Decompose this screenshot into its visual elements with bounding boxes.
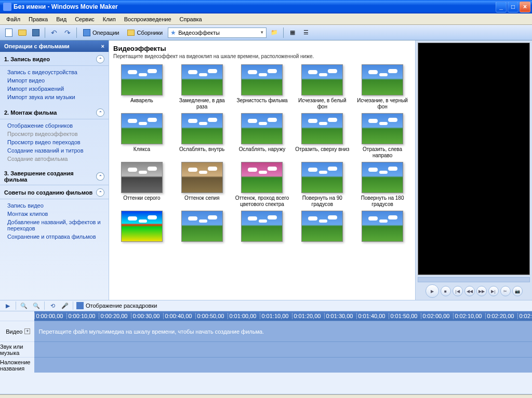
zoom-in-button[interactable]: 🔍: [19, 301, 29, 310]
effect-item[interactable]: Исчезание, в черный фон: [354, 64, 411, 110]
save-button[interactable]: [30, 27, 42, 38]
effect-item[interactable]: Исчезание, в белый фон: [294, 64, 351, 110]
redo-button[interactable]: ↷: [62, 27, 73, 38]
effect-item[interactable]: Оттенок сепия: [174, 162, 231, 208]
effect-item[interactable]: Отразить, слева направо: [354, 113, 411, 159]
tracks-area[interactable]: 0:00:00,000:00:10,000:00:20,000:00:30,00…: [34, 311, 532, 394]
undo-button[interactable]: ↶: [48, 27, 60, 38]
rewind-button[interactable]: ◀◀: [464, 286, 475, 296]
effect-item[interactable]: [113, 211, 170, 256]
sidebar-link[interactable]: Монтаж клипов: [7, 210, 104, 218]
sidebar-link: Создание автофильма: [7, 155, 104, 163]
effect-item[interactable]: Замедление, в два раза: [174, 64, 231, 110]
seek-bar[interactable]: [418, 277, 530, 282]
effect-item[interactable]: Оттенки серого: [113, 162, 170, 208]
sidebar-link[interactable]: Импорт звука или музыки: [7, 93, 104, 101]
effect-item[interactable]: Повернуть на 180 градусов: [354, 162, 411, 208]
effect-thumbnail: [301, 162, 343, 193]
storyboard-toggle[interactable]: Отображение раскадровки: [76, 302, 157, 309]
menu-item[interactable]: Правка: [24, 15, 52, 23]
narrate-button[interactable]: 🎤: [60, 301, 70, 310]
effect-item[interactable]: Отразить, сверху вниз: [294, 113, 351, 159]
effect-item[interactable]: Ослаблять, внутрь: [174, 113, 231, 159]
separator: [73, 301, 73, 310]
storyboard-icon: [76, 302, 84, 309]
collections-icon: [127, 30, 135, 36]
effect-item[interactable]: Акварель: [113, 64, 170, 110]
close-button[interactable]: ×: [520, 2, 530, 12]
menu-item[interactable]: Сервис: [71, 15, 99, 23]
menu-item[interactable]: Клип: [99, 15, 120, 23]
effect-thumbnail: [301, 64, 343, 95]
timeline-play-button[interactable]: ▶: [3, 301, 12, 310]
audio-track[interactable]: [34, 341, 532, 357]
time-tick: 0:01:30,00: [324, 313, 356, 319]
time-tick: 0:01:20,00: [292, 313, 324, 319]
effect-thumbnail: [362, 211, 403, 242]
effect-item[interactable]: [294, 211, 351, 256]
sidebar-link[interactable]: Запись видео: [7, 201, 104, 210]
effect-item[interactable]: Клякса: [113, 113, 170, 159]
view-details-button[interactable]: ☰: [300, 27, 312, 38]
title-track[interactable]: [34, 357, 532, 373]
up-button[interactable]: 📁: [269, 27, 280, 38]
snapshot-button[interactable]: 📷: [512, 286, 523, 296]
time-ruler[interactable]: 0:00:00,000:00:10,000:00:20,000:00:30,00…: [34, 311, 532, 321]
time-tick: 0:00:40,00: [163, 313, 195, 319]
effect-label: Повернуть на 90 градусов: [294, 195, 351, 208]
effect-label: Замедление, в два раза: [174, 98, 231, 110]
rewind-timeline-button[interactable]: ⟲: [48, 301, 57, 310]
effect-item[interactable]: [174, 211, 231, 256]
maximize-button[interactable]: □: [508, 2, 518, 12]
effect-item[interactable]: Оттенок, проход всего цветового спектра: [234, 162, 291, 208]
sidebar-link[interactable]: Запись с видеоустройства: [7, 68, 104, 76]
open-button[interactable]: [17, 27, 28, 38]
collapse-button[interactable]: ⌃: [96, 55, 104, 63]
sidebar-section-header: 3. Завершение создания фильма⌃: [0, 167, 109, 185]
view-thumbs-button[interactable]: ▦: [287, 27, 298, 38]
sidebar-link[interactable]: Просмотр видео переходов: [7, 138, 104, 146]
menu-item[interactable]: Файл: [2, 15, 24, 23]
effect-thumbnail: [362, 113, 403, 144]
stop-button[interactable]: ■: [441, 286, 451, 296]
new-button[interactable]: [3, 27, 15, 38]
effect-item[interactable]: [234, 211, 291, 256]
sidebar-link[interactable]: Отображение сборников: [7, 121, 104, 130]
play-button[interactable]: ▶: [425, 284, 439, 298]
zoom-out-button[interactable]: 🔍: [32, 301, 41, 310]
tasks-button[interactable]: Операции: [80, 28, 122, 37]
sidebar-link[interactable]: Добавление названий, эффектов и переходо…: [7, 218, 104, 232]
sidebar-section-header: Советы по созданию фильмов⌃: [0, 185, 109, 199]
time-tick: 0:01:40,00: [356, 313, 389, 319]
open-icon: [18, 30, 26, 36]
menu-item[interactable]: Воспроизведение: [120, 15, 176, 23]
tasks-icon: [83, 29, 90, 36]
prev-button[interactable]: |◀: [453, 286, 463, 296]
location-dropdown[interactable]: ★ Видеоэффекты ▼: [168, 28, 267, 38]
time-tick: 0:02:20,00: [485, 313, 517, 319]
effect-label: Клякса: [113, 146, 170, 159]
minimize-button[interactable]: _: [496, 2, 507, 12]
video-track[interactable]: Перетащите файл мультимедиа на шкалу вре…: [34, 321, 532, 341]
effect-item[interactable]: Зернистость фильма: [234, 64, 291, 110]
collapse-button[interactable]: ⌃: [96, 188, 104, 197]
collapse-button[interactable]: ⌃: [96, 172, 104, 181]
time-tick: 0:00:20,00: [99, 313, 131, 319]
sidebar-link[interactable]: Импорт изображений: [7, 85, 104, 93]
next-button[interactable]: ▶|: [488, 286, 499, 296]
effect-thumbnail: [181, 211, 223, 242]
menu-item[interactable]: Вид: [52, 15, 71, 23]
sidebar-link[interactable]: Создание названий и титров: [7, 146, 104, 155]
effect-item[interactable]: [354, 211, 411, 256]
collections-button[interactable]: Сборники: [124, 29, 166, 37]
collapse-button[interactable]: ⌃: [96, 108, 104, 117]
sidebar-link[interactable]: Импорт видео: [7, 76, 104, 85]
split-button[interactable]: ✂: [500, 286, 511, 296]
effect-item[interactable]: Повернуть на 90 градусов: [294, 162, 351, 208]
forward-button[interactable]: ▶▶: [476, 286, 487, 296]
expand-video-button[interactable]: +: [24, 328, 30, 334]
sidebar-close-button[interactable]: ×: [101, 43, 104, 49]
effect-item[interactable]: Ослаблять, наружу: [234, 113, 291, 159]
menu-item[interactable]: Справка: [176, 15, 206, 23]
sidebar-link[interactable]: Сохранение и отправка фильмов: [7, 232, 104, 241]
